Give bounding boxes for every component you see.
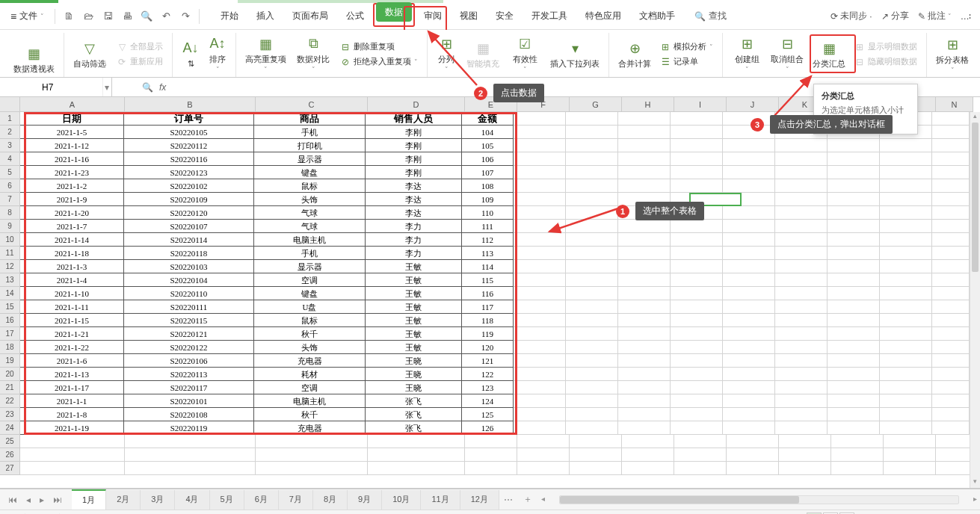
subtotal-button[interactable]: ▦ 分类汇总 [810, 38, 848, 70]
cell[interactable]: 王敏 [365, 259, 462, 273]
cell[interactable] [618, 179, 671, 193]
hscroll-left-arrow[interactable]: ◂ [538, 495, 549, 505]
sheet-prev-icon[interactable]: ◂ [24, 493, 33, 507]
spreadsheet-grid[interactable]: ABCDEFGHIJKLMN 1234567891011121314151617… [0, 97, 980, 489]
cell[interactable] [671, 421, 723, 435]
cell[interactable]: 114 [461, 259, 514, 273]
cell[interactable]: S20220104 [123, 273, 254, 287]
cell[interactable] [514, 421, 566, 435]
cell[interactable] [775, 408, 828, 421]
cell[interactable] [727, 462, 779, 475]
row-header-9[interactable]: 9 [0, 220, 20, 233]
cell[interactable]: 2021-1-2 [19, 179, 124, 193]
cell[interactable]: S20220113 [123, 367, 254, 381]
cell[interactable] [566, 126, 618, 139]
cell[interactable] [566, 260, 618, 273]
cell[interactable]: U盘 [253, 300, 366, 314]
cell[interactable] [880, 247, 932, 260]
cell[interactable] [517, 448, 570, 462]
cell[interactable]: 126 [461, 421, 514, 435]
cell[interactable] [566, 381, 618, 394]
cell[interactable] [671, 112, 723, 126]
autofilter-button[interactable]: ▽ 自动筛选 [70, 38, 109, 70]
cell[interactable] [775, 220, 828, 233]
sheet-tab-7月[interactable]: 7月 [279, 490, 313, 510]
cell[interactable] [674, 435, 727, 448]
cell[interactable] [514, 300, 566, 314]
col-header-D[interactable]: D [368, 97, 465, 112]
cell[interactable] [828, 341, 880, 354]
cell[interactable] [723, 233, 775, 247]
show-detail-button[interactable]: ⊞显示明细数据 [851, 40, 920, 54]
cell[interactable] [775, 354, 828, 368]
cell[interactable]: 打印机 [253, 138, 366, 152]
cell[interactable] [936, 435, 973, 448]
cell[interactable] [566, 341, 618, 354]
cell[interactable] [618, 287, 671, 300]
record-form-button[interactable]: ☰记录单 [657, 55, 716, 69]
cell[interactable]: 显示器 [253, 259, 366, 273]
cell[interactable] [828, 354, 880, 368]
cell[interactable]: 鼠标 [253, 179, 366, 193]
cell[interactable] [932, 354, 970, 368]
cell[interactable]: 2021-1-22 [19, 340, 124, 354]
cell[interactable]: 秋千 [253, 326, 366, 341]
cell[interactable] [932, 247, 970, 260]
group-button[interactable]: ⊞ 创建组 [729, 34, 765, 75]
sheet-tab-10月[interactable]: 10月 [382, 490, 421, 510]
cell[interactable] [723, 300, 775, 314]
cell[interactable]: S20220111 [123, 300, 254, 314]
cell[interactable]: 117 [461, 300, 514, 314]
sort-asc-button[interactable]: A↓ ⇅ [179, 38, 203, 70]
cell[interactable]: 111 [461, 219, 514, 233]
cell[interactable] [674, 462, 727, 475]
search-button[interactable]: 🔍查找 [694, 10, 727, 22]
cell[interactable]: S20220115 [123, 313, 254, 327]
sheet-tab-6月[interactable]: 6月 [244, 490, 279, 510]
cell[interactable] [566, 394, 618, 408]
consolidate-button[interactable]: ⊕ 合并计算 [615, 38, 654, 70]
cell[interactable] [828, 166, 880, 179]
menu-tab-特色应用[interactable]: 特色应用 [576, 5, 630, 27]
cell[interactable]: S20220116 [123, 152, 254, 166]
cell[interactable]: 2021-1-10 [19, 286, 124, 300]
col-header-C[interactable]: C [256, 97, 368, 112]
cell[interactable] [570, 462, 622, 475]
cell[interactable] [618, 381, 671, 394]
share-button[interactable]: ↗ 分享 [881, 10, 909, 22]
cell[interactable] [932, 139, 970, 152]
cell[interactable]: 125 [461, 407, 514, 421]
cell[interactable] [723, 273, 775, 287]
col-header-J[interactable]: J [727, 97, 779, 112]
cell[interactable] [880, 206, 932, 220]
cell[interactable]: S20220101 [123, 394, 254, 408]
cell[interactable]: 2021-1-1 [19, 394, 124, 408]
cell[interactable] [880, 394, 932, 408]
cell[interactable]: 105 [461, 138, 514, 152]
row-header-2[interactable]: 2 [0, 126, 20, 139]
cell[interactable] [618, 300, 671, 314]
show-all-button[interactable]: ▽全部显示 [114, 40, 166, 54]
cell[interactable] [828, 206, 880, 220]
cell[interactable]: 王敏 [365, 340, 462, 354]
cell[interactable] [570, 435, 622, 448]
cell[interactable]: 2021-1-7 [19, 219, 124, 233]
cell[interactable] [566, 179, 618, 193]
cell[interactable]: 商品 [253, 111, 366, 126]
name-box-input[interactable] [0, 82, 102, 93]
cell[interactable]: S20220109 [123, 192, 254, 206]
cell[interactable] [723, 368, 775, 381]
menu-tab-插入[interactable]: 插入 [247, 5, 283, 27]
redo-icon[interactable]: ↷ [179, 10, 191, 22]
cell[interactable] [775, 368, 828, 381]
cell[interactable] [566, 247, 618, 260]
cell[interactable]: 李刚 [365, 125, 462, 139]
cell[interactable] [671, 233, 723, 247]
cell[interactable] [566, 314, 618, 327]
reject-dup-button[interactable]: ⊘拒绝录入重复项 [337, 55, 421, 69]
cell[interactable] [671, 179, 723, 193]
cell[interactable] [828, 273, 880, 287]
col-header-H[interactable]: H [622, 97, 674, 112]
name-box-dropdown[interactable]: ▾ [102, 78, 111, 96]
cell[interactable] [723, 354, 775, 368]
